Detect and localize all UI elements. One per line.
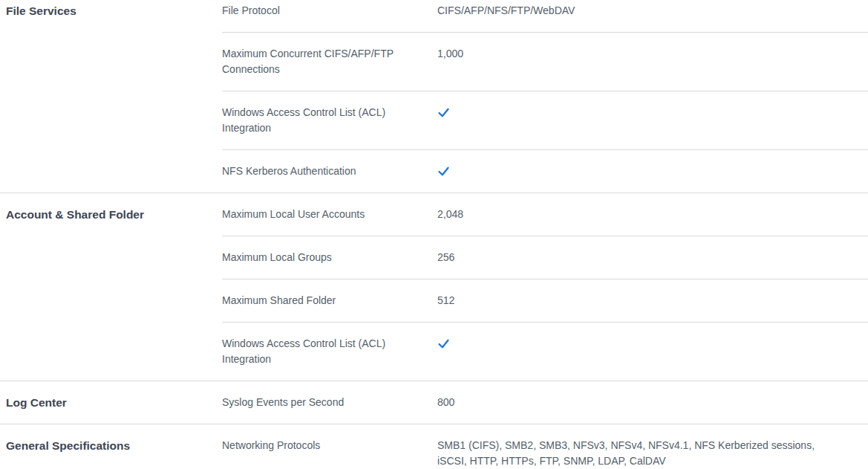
spec-row-maximum-local-groups: Maximum Local Groups 256 bbox=[222, 236, 868, 279]
spec-value: SMB1 (CIFS), SMB2, SMB3, NFSv3, NFSv4, N… bbox=[437, 438, 868, 469]
section-rows: File Protocol CIFS/AFP/NFS/FTP/WebDAV Ma… bbox=[222, 0, 868, 193]
section-rows: Syslog Events per Second 800 bbox=[222, 381, 868, 424]
section-title: Account & Shared Folder bbox=[0, 193, 222, 381]
spec-row-nfs-kerberos-authentication: NFS Kerberos Authentication bbox=[222, 149, 868, 193]
section-title: Log Center bbox=[0, 381, 222, 424]
spec-value: 800 bbox=[437, 395, 868, 410]
spec-label: Windows Access Control List (ACL) Integr… bbox=[222, 336, 437, 367]
spec-label: Windows Access Control List (ACL) Integr… bbox=[222, 105, 437, 136]
spec-row-syslog-events-per-second: Syslog Events per Second 800 bbox=[222, 381, 868, 424]
spec-value: 1,000 bbox=[437, 46, 868, 77]
spec-label: NFS Kerberos Authentication bbox=[222, 164, 437, 179]
spec-value: 512 bbox=[437, 293, 868, 308]
spec-label: Syslog Events per Second bbox=[222, 395, 437, 410]
spec-section-account-shared-folder: Account & Shared Folder Maximum Local Us… bbox=[0, 193, 868, 381]
section-title: General Specifications bbox=[0, 424, 222, 469]
spec-section-general-specifications: General Specifications Networking Protoc… bbox=[0, 424, 868, 469]
spec-row-maximum-concurrent-cifs-afp-ftp-connections: Maximum Concurrent CIFS/AFP/FTP Connecti… bbox=[222, 32, 868, 91]
check-icon bbox=[437, 337, 450, 350]
spec-label: Maximum Local Groups bbox=[222, 250, 437, 265]
check-icon bbox=[437, 165, 450, 178]
spec-value: 256 bbox=[437, 250, 868, 265]
spec-label: Maximum Shared Folder bbox=[222, 293, 437, 308]
spec-value bbox=[437, 105, 868, 136]
spec-row-file-protocol: File Protocol CIFS/AFP/NFS/FTP/WebDAV bbox=[222, 0, 868, 32]
section-rows: Maximum Local User Accounts 2,048 Maximu… bbox=[222, 193, 868, 381]
spec-value: 2,048 bbox=[437, 207, 868, 222]
spec-section-file-services: File Services File Protocol CIFS/AFP/NFS… bbox=[0, 0, 868, 193]
spec-row-windows-access-control-list-acl-integration: Windows Access Control List (ACL) Integr… bbox=[222, 322, 868, 381]
spec-value: CIFS/AFP/NFS/FTP/WebDAV bbox=[437, 3, 868, 19]
section-title: File Services bbox=[0, 0, 222, 193]
spec-value bbox=[437, 336, 868, 367]
spec-label: Maximum Concurrent CIFS/AFP/FTP Connecti… bbox=[222, 46, 437, 77]
spec-label: Networking Protocols bbox=[222, 438, 437, 469]
check-icon bbox=[437, 106, 450, 119]
spec-section-log-center: Log Center Syslog Events per Second 800 bbox=[0, 381, 868, 424]
spec-label: File Protocol bbox=[222, 3, 437, 19]
spec-label: Maximum Local User Accounts bbox=[222, 207, 437, 222]
specifications-table: File Services File Protocol CIFS/AFP/NFS… bbox=[0, 0, 868, 469]
spec-row-networking-protocols: Networking Protocols SMB1 (CIFS), SMB2, … bbox=[222, 424, 868, 469]
spec-row-maximum-local-user-accounts: Maximum Local User Accounts 2,048 bbox=[222, 193, 868, 236]
spec-row-maximum-shared-folder: Maximum Shared Folder 512 bbox=[222, 279, 868, 322]
spec-row-windows-access-control-list-acl-integration: Windows Access Control List (ACL) Integr… bbox=[222, 91, 868, 149]
spec-value bbox=[437, 164, 868, 179]
section-rows: Networking Protocols SMB1 (CIFS), SMB2, … bbox=[222, 424, 868, 469]
